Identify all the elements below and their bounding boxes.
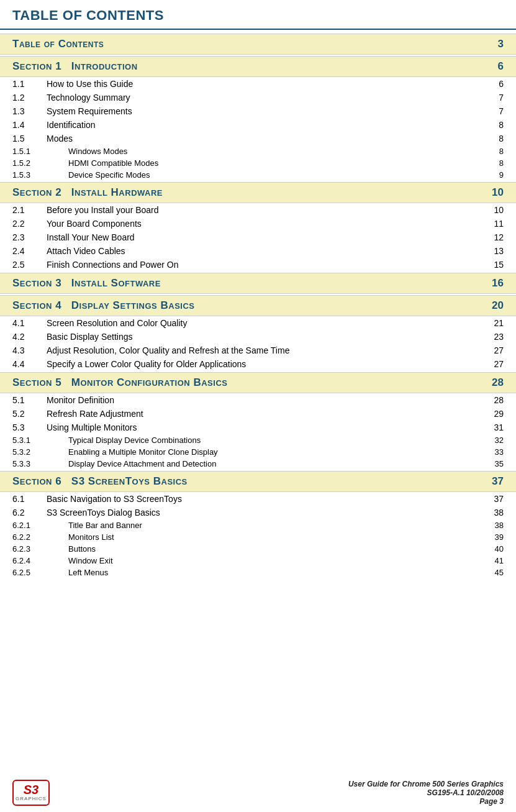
toc-page-1-4: 8	[499, 120, 504, 130]
toc-sub-entry-6-2-3: 6.2.3 Buttons 40	[0, 543, 516, 555]
toc-entry-6-2: 6.2 S3 ScreenToys Dialog Basics 38	[0, 506, 516, 519]
toc-num-2-5: 2.5	[12, 260, 47, 270]
toc-page-2-4: 13	[494, 246, 504, 256]
toc-sub-page-1-5-2: 8	[499, 158, 504, 168]
toc-num-4-4: 4.4	[12, 359, 47, 369]
toc-sub-num-5-3-1: 5.3.1	[12, 436, 68, 445]
toc-sub-label-1-5-1: Windows Modes	[68, 147, 127, 156]
toc-label-4-3: Adjust Resolution, Color Quality and Ref…	[47, 345, 289, 355]
toc-sub-label-1-5-3: Device Specific Modes	[68, 170, 150, 180]
toc-page-2-5: 15	[494, 260, 504, 270]
toc-num-6-2: 6.2	[12, 508, 47, 518]
toc-label-2-5: Finish Connections and Power On	[47, 260, 178, 270]
s3-logo-sub: GRAPHICS	[16, 796, 47, 802]
toc-label-2-1: Before you Install your Board	[47, 205, 159, 215]
toc-num-6-1: 6.1	[12, 494, 47, 504]
toc-sub-page-1-5-3: 9	[499, 170, 504, 180]
toc-page-4-1: 21	[494, 318, 504, 328]
toc-num-1-3: 1.3	[12, 106, 47, 116]
toc-label-1-5: Modes	[47, 134, 73, 144]
toc-label-1-1: How to Use this Guide	[47, 79, 133, 89]
toc-num-4-1: 4.1	[12, 318, 47, 328]
section5-header: SECTION 5 MONITOR CONFIGURATION BASICS 2…	[0, 372, 516, 393]
toc-sub-page-6-2-4: 41	[495, 556, 504, 565]
toc-num-1-2: 1.2	[12, 93, 47, 103]
toc-label-1-4: Identification	[47, 120, 96, 130]
toc-label-5-2: Refresh Rate Adjustment	[47, 409, 143, 419]
toc-label-6-1: Basic Navigation to S3 ScreenToys	[47, 494, 182, 504]
toc-sub-num-6-2-5: 6.2.5	[12, 568, 68, 577]
toc-sub-entry-6-2-5: 6.2.5 Left Menus 45	[0, 567, 516, 578]
toc-page-4-2: 23	[494, 332, 504, 342]
toc-sub-entry-6-2-2: 6.2.2 Monitors List 39	[0, 531, 516, 543]
toc-sub-page-5-3-1: 32	[495, 436, 504, 445]
toc-sub-num-6-2-4: 6.2.4	[12, 556, 68, 565]
section1-page: 6	[498, 60, 504, 73]
toc-num-1-4: 1.4	[12, 120, 47, 130]
toc-sub-label-6-2-3: Buttons	[68, 544, 96, 554]
toc-entry-6-1: 6.1 Basic Navigation to S3 ScreenToys 37	[0, 492, 516, 506]
toc-section-header: Table of Contents 3	[0, 34, 516, 55]
toc-label-4-1: Screen Resolution and Color Quality	[47, 318, 187, 328]
toc-page-4-4: 27	[494, 359, 504, 369]
toc-label-4-4: Specify a Lower Color Quality for Older …	[47, 359, 246, 369]
section5-title: SECTION 5 MONITOR CONFIGURATION BASICS	[12, 376, 227, 389]
toc-label-2-4: Attach Video Cables	[47, 246, 125, 256]
section4-title: SECTION 4 DISPLAY SETTINGS BASICS	[12, 299, 195, 312]
section4-header: SECTION 4 DISPLAY SETTINGS BASICS 20	[0, 295, 516, 316]
toc-entry-2-3: 2.3 Install Your New Board 12	[0, 230, 516, 244]
toc-sub-page-1-5-1: 8	[499, 147, 504, 156]
toc-sub-label-6-2-2: Monitors List	[68, 532, 114, 542]
toc-sub-num-1-5-3: 1.5.3	[12, 170, 68, 180]
toc-label-2-3: Install Your New Board	[47, 232, 135, 242]
toc-page-6-2: 38	[494, 508, 504, 518]
toc-sub-page-6-2-5: 45	[495, 568, 504, 577]
section3-title: SECTION 3 INSTALL SOFTWARE	[12, 277, 161, 290]
toc-sub-entry-5-3-3: 5.3.3 Display Device Attachment and Dete…	[0, 458, 516, 470]
toc-entry-1-2: 1.2 Technology Summary 7	[0, 91, 516, 104]
toc-entry-4-4: 4.4 Specify a Lower Color Quality for Ol…	[0, 357, 516, 371]
s3-logo-text: S3	[24, 783, 38, 796]
toc-entry-1-1: 1.1 How to Use this Guide 6	[0, 77, 516, 91]
toc-entry-4-3: 4.3 Adjust Resolution, Color Quality and…	[0, 344, 516, 357]
toc-sub-entry-1-5-3: 1.5.3 Device Specific Modes 9	[0, 169, 516, 181]
toc-sub-label-5-3-3: Display Device Attachment and Detection	[68, 459, 216, 468]
section4-page: 20	[492, 299, 504, 312]
toc-num-1-1: 1.1	[12, 79, 47, 89]
toc-sub-entry-1-5-2: 1.5.2 HDMI Compatible Modes 8	[0, 157, 516, 169]
section6-header: SECTION 6 S3 SCREENTOYS BASICS 37	[0, 471, 516, 492]
toc-entry-5-2: 5.2 Refresh Rate Adjustment 29	[0, 407, 516, 421]
section6-page: 37	[492, 475, 504, 488]
toc-sub-num-5-3-2: 5.3.2	[12, 447, 68, 457]
toc-entry-5-3: 5.3 Using Multiple Monitors 31	[0, 421, 516, 434]
section3-page: 16	[492, 277, 504, 290]
toc-num-5-1: 5.1	[12, 395, 47, 405]
toc-num-2-4: 2.4	[12, 246, 47, 256]
toc-sub-label-5-3-1: Typical Display Device Combinations	[68, 436, 201, 445]
toc-entry-1-3: 1.3 System Requirements 7	[0, 104, 516, 118]
toc-page-1-2: 7	[499, 93, 504, 103]
footer-line2: SG195-A.1 10/20/2008	[348, 788, 504, 797]
toc-sub-page-5-3-3: 35	[495, 459, 504, 468]
toc-page-4-3: 27	[494, 345, 504, 355]
toc-num-2-3: 2.3	[12, 232, 47, 242]
toc-sub-label-5-3-2: Enabling a Multiple Monitor Clone Displa…	[68, 447, 218, 457]
toc-label-5-1: Monitor Definition	[47, 395, 114, 405]
footer-line3: Page 3	[348, 797, 504, 806]
s3-logo: S3 GRAPHICS	[12, 780, 50, 806]
toc-entry-4-2: 4.2 Basic Display Settings 23	[0, 330, 516, 344]
toc-sub-num-1-5-1: 1.5.1	[12, 147, 68, 156]
toc-sub-num-5-3-3: 5.3.3	[12, 459, 68, 468]
section2-title: SECTION 2 INSTALL HARDWARE	[12, 186, 163, 199]
toc-page-5-2: 29	[494, 409, 504, 419]
toc-entry-2-1: 2.1 Before you Install your Board 10	[0, 203, 516, 217]
toc-header-label: Table of Contents	[12, 38, 104, 50]
toc-sub-label-6-2-1: Title Bar and Banner	[68, 521, 142, 530]
toc-page-2-3: 12	[494, 232, 504, 242]
section1-header: SECTION 1 INTRODUCTION 6	[0, 56, 516, 77]
toc-entry-2-4: 2.4 Attach Video Cables 13	[0, 244, 516, 258]
toc-sub-label-1-5-2: HDMI Compatible Modes	[68, 158, 158, 168]
toc-label-4-2: Basic Display Settings	[47, 332, 133, 342]
toc-sub-page-5-3-2: 33	[495, 447, 504, 457]
toc-num-2-1: 2.1	[12, 205, 47, 215]
